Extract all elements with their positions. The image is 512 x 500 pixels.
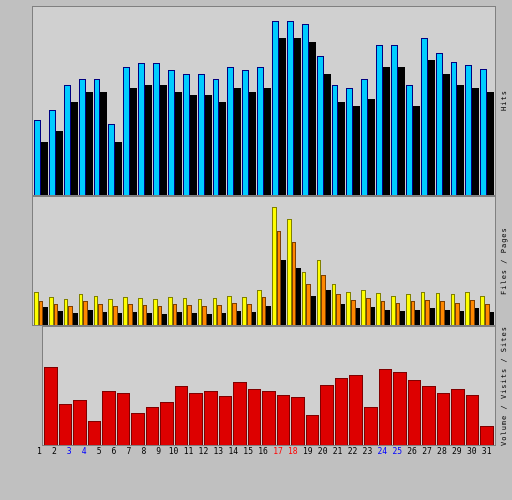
top-bar-black: [86, 92, 93, 195]
mid-bar-group: [451, 294, 465, 325]
bot-y-label: [0, 326, 42, 446]
bot-bar-group: [175, 386, 189, 445]
bot-bar-group: [73, 400, 87, 445]
x-axis-label: 29: [449, 447, 464, 456]
top-bar-cyan: [79, 79, 86, 195]
mid-bar-group: [317, 260, 331, 325]
bot-bar-red: [379, 369, 393, 445]
mid-bar-group: [391, 296, 405, 326]
right-axis-label-3: Volume / Visits / Sites: [496, 326, 512, 446]
mid-bar-black: [311, 296, 316, 326]
mid-bar-black: [58, 311, 63, 325]
mid-bar-black: [118, 313, 123, 325]
mid-bar-black: [475, 308, 480, 325]
mid-bar-black: [326, 290, 331, 325]
mid-bar-black: [341, 304, 346, 325]
mid-bar-group: [198, 299, 212, 325]
top-bar-black: [234, 88, 241, 195]
mid-bar-group: [213, 298, 227, 325]
bot-bar-group: [204, 391, 218, 445]
x-axis-label: 20: [315, 447, 330, 456]
x-axis-label: 31: [479, 447, 494, 456]
top-bar-black: [443, 74, 450, 195]
mid-bar-group: [465, 292, 479, 325]
bot-bar-group: [102, 391, 116, 445]
top-bar-cyan: [346, 88, 353, 195]
bot-bar-red: [117, 393, 131, 445]
bot-bar-red: [437, 393, 451, 445]
top-bar-black: [472, 88, 479, 195]
x-axis-label: 15: [241, 447, 256, 456]
top-bar-group: [138, 63, 152, 195]
bot-bar-group: [44, 367, 58, 445]
top-bar-cyan: [138, 63, 145, 195]
top-bar-group: [94, 79, 108, 195]
mid-bar-group: [123, 297, 137, 325]
bot-bar-red: [306, 415, 320, 445]
top-bar-black: [205, 95, 212, 195]
bot-bar-group: [335, 378, 349, 445]
bot-bar-red: [44, 367, 58, 445]
top-bar-group: [332, 85, 346, 195]
mid-chart-section: Files / Pages: [0, 196, 512, 326]
x-axis-label: 10: [166, 447, 181, 456]
bot-bar-group: [189, 393, 203, 445]
mid-bar-black: [133, 312, 138, 325]
x-axis-label: 1: [32, 447, 47, 456]
bot-bar-red: [422, 386, 436, 445]
top-bar-group: [436, 53, 450, 195]
bot-bar-red: [88, 421, 102, 445]
bot-bar-red: [219, 396, 233, 445]
top-bar-cyan: [361, 79, 368, 195]
x-axis-label: 22: [345, 447, 360, 456]
x-axis-label: 23: [360, 447, 375, 456]
top-bar-group: [213, 79, 227, 195]
mid-bar-group: [436, 293, 450, 325]
mid-bar-group: [287, 219, 301, 325]
bot-bar-group: [262, 391, 276, 445]
bot-bar-red: [349, 375, 363, 445]
x-axis-label: 28: [434, 447, 449, 456]
top-bar-cyan: [227, 67, 234, 195]
top-bar-group: [257, 67, 271, 195]
bot-bar-group: [248, 389, 262, 445]
bot-bar-red: [189, 393, 203, 445]
top-bar-cyan: [64, 85, 71, 195]
mid-bar-black: [356, 308, 361, 325]
mid-bar-black: [43, 307, 48, 325]
mid-bar-group: [183, 298, 197, 325]
bot-bar-red: [335, 378, 349, 445]
bot-bar-red: [248, 389, 262, 445]
top-bar-group: [272, 21, 286, 195]
mid-bar-group: [49, 297, 63, 325]
bot-bar-red: [160, 402, 174, 445]
top-bar-group: [108, 124, 122, 195]
top-bar-cyan: [34, 120, 41, 195]
top-bar-group: [198, 74, 212, 195]
x-axis-label: 30: [464, 447, 479, 456]
bot-bar-group: [233, 382, 247, 445]
bot-bar-group: [146, 407, 160, 445]
mid-bar-black: [281, 260, 286, 325]
top-bar-cyan: [376, 45, 383, 195]
top-bar-black: [457, 85, 464, 195]
bot-bar-group: [306, 415, 320, 445]
bot-bar-red: [364, 407, 378, 445]
x-axis-label: 14: [226, 447, 241, 456]
mid-bar-black: [207, 314, 212, 325]
mid-bar-group: [153, 299, 167, 325]
bot-bar-group: [88, 421, 102, 445]
bot-bar-group: [379, 369, 393, 445]
bot-bar-group: [277, 395, 291, 445]
x-axis-label: 13: [211, 447, 226, 456]
mid-bar-group: [332, 284, 346, 325]
bot-bar-group: [364, 407, 378, 445]
mid-bar-group: [138, 298, 152, 325]
x-axis-label: 8: [136, 447, 151, 456]
mid-bar-group: [79, 294, 93, 325]
top-bar-black: [100, 92, 107, 195]
top-bar-black: [41, 142, 48, 195]
top-chart-panel: [0, 6, 496, 196]
x-axis-label: 7: [121, 447, 136, 456]
top-bar-cyan: [123, 67, 130, 195]
